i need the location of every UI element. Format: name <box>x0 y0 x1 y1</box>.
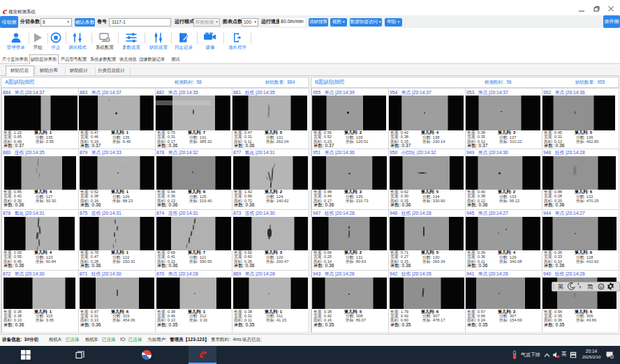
svg-text:6: 6 <box>612 356 613 358</box>
